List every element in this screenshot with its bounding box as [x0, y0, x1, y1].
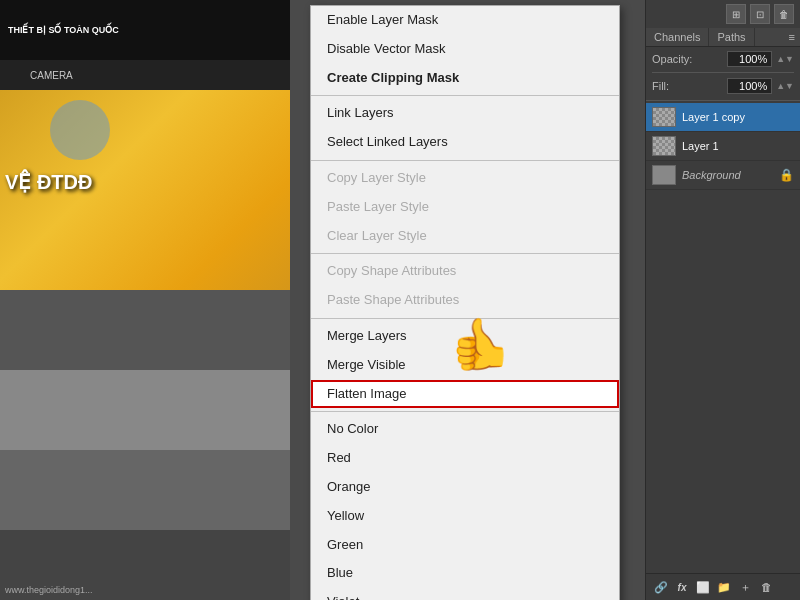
menu-item-copy-shape-attrs[interactable]: Copy Shape Attributes [311, 257, 619, 286]
fill-spinner[interactable]: ▲▼ [776, 81, 794, 91]
opacity-spinner[interactable]: ▲▼ [776, 54, 794, 64]
layer1-thumb [652, 136, 676, 156]
separator-5 [311, 411, 619, 412]
layer1copy-thumb [652, 107, 676, 127]
menu-item-clear-layer-style[interactable]: Clear Layer Style [311, 222, 619, 251]
separator-4 [311, 318, 619, 319]
canvas-camera-label: CAMERA [30, 70, 73, 81]
menu-item-create-clipping-mask[interactable]: Create Clipping Mask [311, 64, 619, 93]
trash-icon[interactable]: 🗑 [774, 4, 794, 24]
canvas-image: THIẾT BỊ SỐ TOÀN QUỐC CAMERA VỆ ĐTDĐ www… [0, 0, 290, 600]
panel-bottom-icon-bar: 🔗 fx ⬜ 📁 ＋ 🗑 [646, 573, 800, 600]
background-name: Background [682, 169, 773, 181]
lock-icon: 🔒 [779, 168, 794, 182]
menu-item-flatten-image[interactable]: Flatten Image [311, 380, 619, 409]
grid-icon[interactable]: ⊞ [726, 4, 746, 24]
fill-row: Fill: ▲▼ [652, 78, 794, 94]
context-menu: Enable Layer Mask Disable Vector Mask Cr… [310, 5, 620, 600]
menu-item-no-color[interactable]: No Color [311, 415, 619, 444]
separator-3 [311, 253, 619, 254]
layer-item-layer1[interactable]: Layer 1 [646, 132, 800, 161]
layers-panel: Layer 1 copy Layer 1 Background 🔒 [646, 103, 800, 190]
menu-item-violet[interactable]: Violet [311, 588, 619, 600]
new-layer-icon[interactable]: ＋ [736, 578, 754, 596]
fill-input[interactable] [727, 78, 772, 94]
menu-item-yellow[interactable]: Yellow [311, 502, 619, 531]
opacity-input[interactable] [727, 51, 772, 67]
add-mask-icon[interactable]: ⬜ [694, 578, 712, 596]
layer-item-layer1copy[interactable]: Layer 1 copy [646, 103, 800, 132]
panel-tabs: Channels Paths ≡ [646, 28, 800, 47]
menu-item-red[interactable]: Red [311, 444, 619, 473]
menu-item-paste-shape-attrs[interactable]: Paste Shape Attributes [311, 286, 619, 315]
menu-item-enable-layer-mask[interactable]: Enable Layer Mask [311, 6, 619, 35]
menu-item-merge-visible[interactable]: Merge Visible [311, 351, 619, 380]
canvas-vdt-text: VỆ ĐTDĐ [5, 170, 92, 194]
camera-icon[interactable]: ⊡ [750, 4, 770, 24]
tab-paths[interactable]: Paths [709, 28, 754, 46]
canvas-area: THIẾT BỊ SỐ TOÀN QUỐC CAMERA VỆ ĐTDĐ www… [0, 0, 290, 600]
right-panel: ⊞ ⊡ 🗑 Channels Paths ≡ Opacity: ▲▼ Fill:… [645, 0, 800, 600]
menu-item-disable-vector-mask[interactable]: Disable Vector Mask [311, 35, 619, 64]
layer1-name: Layer 1 [682, 140, 794, 152]
canvas-bottom-text: www.thegioididong1... [5, 585, 93, 595]
menu-item-select-linked-layers[interactable]: Select Linked Layers [311, 128, 619, 157]
link-layers-icon[interactable]: 🔗 [652, 578, 670, 596]
menu-item-orange[interactable]: Orange [311, 473, 619, 502]
menu-item-blue[interactable]: Blue [311, 559, 619, 588]
fill-label: Fill: [652, 80, 723, 92]
opacity-label: Opacity: [652, 53, 723, 65]
opacity-row: Opacity: ▲▼ [652, 51, 794, 67]
menu-item-paste-layer-style[interactable]: Paste Layer Style [311, 193, 619, 222]
panel-menu-icon[interactable]: ≡ [784, 28, 800, 46]
canvas-store-text: THIẾT BỊ SỐ TOÀN QUỐC [8, 24, 119, 37]
menu-item-link-layers[interactable]: Link Layers [311, 99, 619, 128]
separator-1 [311, 95, 619, 96]
separator-2 [311, 160, 619, 161]
delete-layer-icon[interactable]: 🗑 [757, 578, 775, 596]
folder-icon[interactable]: 📁 [715, 578, 733, 596]
main-divider [646, 100, 800, 101]
controls-divider [652, 72, 794, 73]
layer-item-background[interactable]: Background 🔒 [646, 161, 800, 190]
panel-toolbar: ⊞ ⊡ 🗑 [646, 0, 800, 28]
menu-item-merge-layers[interactable]: Merge Layers [311, 322, 619, 351]
panel-controls: Opacity: ▲▼ Fill: ▲▼ [646, 47, 800, 98]
tab-channels[interactable]: Channels [646, 28, 709, 46]
fx-icon[interactable]: fx [673, 578, 691, 596]
menu-item-green[interactable]: Green [311, 531, 619, 560]
menu-item-copy-layer-style[interactable]: Copy Layer Style [311, 164, 619, 193]
background-thumb [652, 165, 676, 185]
layer1copy-name: Layer 1 copy [682, 111, 794, 123]
